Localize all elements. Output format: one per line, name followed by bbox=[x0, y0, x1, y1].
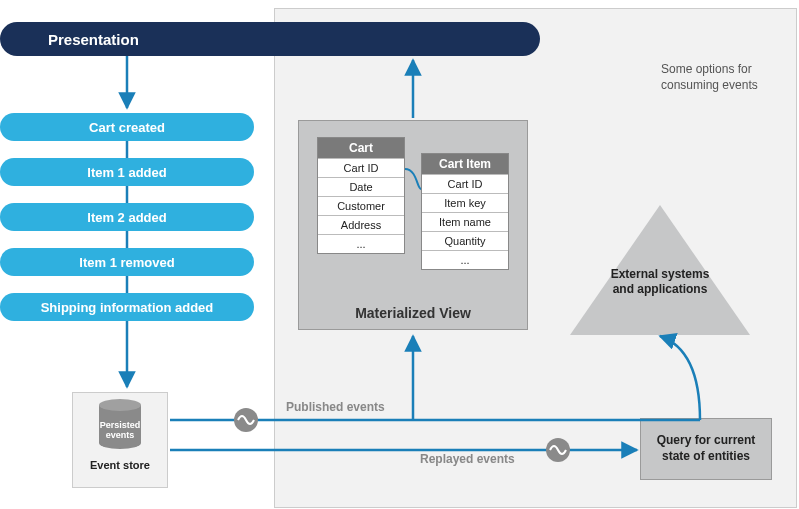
event-pill-0: Cart created bbox=[0, 113, 254, 141]
external-systems-label: External systems and applications bbox=[604, 267, 716, 297]
panel-note: Some options for consuming events bbox=[661, 62, 771, 93]
table-row: Address bbox=[318, 215, 404, 234]
materialized-view-title: Materialized View bbox=[299, 305, 527, 321]
svg-point-9 bbox=[234, 408, 258, 432]
presentation-bar: Presentation bbox=[0, 22, 540, 56]
svg-point-11 bbox=[546, 438, 570, 462]
event-pill-3: Item 1 removed bbox=[0, 248, 254, 276]
event-store-caption: Event store bbox=[90, 459, 150, 471]
table-row: Cart ID bbox=[318, 158, 404, 177]
event-label: Cart created bbox=[89, 120, 165, 135]
table-cart-item: Cart Item Cart ID Item key Item name Qua… bbox=[421, 153, 509, 270]
published-events-label: Published events bbox=[286, 400, 385, 414]
replayed-events-label: Replayed events bbox=[420, 452, 515, 466]
table-row: Date bbox=[318, 177, 404, 196]
event-label: Item 1 added bbox=[87, 165, 166, 180]
db-cylinder-icon: Persisted events bbox=[99, 399, 141, 449]
event-pill-1: Item 1 added bbox=[0, 158, 254, 186]
event-pill-2: Item 2 added bbox=[0, 203, 254, 231]
table-row: Cart ID bbox=[422, 174, 508, 193]
table-cart: Cart Cart ID Date Customer Address ... bbox=[317, 137, 405, 254]
table-row: ... bbox=[422, 250, 508, 269]
event-label: Item 2 added bbox=[87, 210, 166, 225]
event-pill-4: Shipping information added bbox=[0, 293, 254, 321]
table-header: Cart Item bbox=[422, 154, 508, 174]
table-row: Item name bbox=[422, 212, 508, 231]
query-label: Query for current state of entities bbox=[641, 433, 771, 464]
external-systems-triangle: External systems and applications bbox=[570, 205, 750, 335]
query-box: Query for current state of entities bbox=[640, 418, 772, 480]
presentation-title: Presentation bbox=[48, 31, 139, 48]
event-label: Shipping information added bbox=[41, 300, 214, 315]
event-label: Item 1 removed bbox=[79, 255, 174, 270]
table-header: Cart bbox=[318, 138, 404, 158]
cylinder-label: Persisted events bbox=[99, 421, 141, 441]
table-row: ... bbox=[318, 234, 404, 253]
event-store-box: Persisted events Event store bbox=[72, 392, 168, 488]
table-row: Item key bbox=[422, 193, 508, 212]
materialized-view-box: Cart Cart ID Date Customer Address ... C… bbox=[298, 120, 528, 330]
table-row: Quantity bbox=[422, 231, 508, 250]
table-row: Customer bbox=[318, 196, 404, 215]
